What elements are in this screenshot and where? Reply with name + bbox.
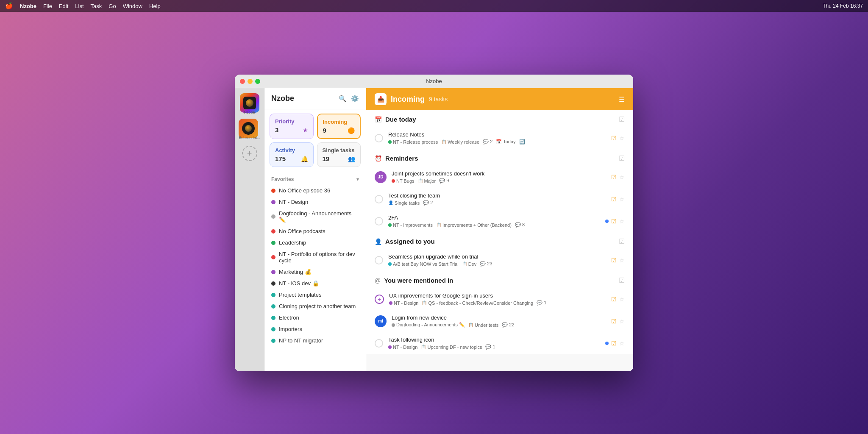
incoming-task-count: 9 tasks — [429, 96, 448, 103]
task-complete-button[interactable]: ☑ — [611, 318, 617, 325]
maximize-button[interactable] — [255, 79, 260, 84]
sidebar-favorite-item[interactable]: Leadership — [270, 237, 361, 248]
sidebar-favorite-item[interactable]: Marketing 💰 — [270, 266, 361, 278]
file-menu[interactable]: File — [43, 3, 52, 9]
task-star-button[interactable]: ☆ — [619, 318, 625, 325]
favorite-dot — [271, 255, 275, 259]
sidebar-favorite-item[interactable]: Project templates — [270, 289, 361, 300]
task-meta: 💬 23 — [480, 261, 492, 267]
priority-card-row: 3 ★ — [275, 126, 308, 134]
task-tag: 📋Major — [418, 178, 436, 184]
task-complete-button[interactable]: ☑ — [611, 340, 617, 347]
section-check-icon[interactable]: ☑ — [619, 237, 625, 245]
search-icon[interactable]: 🔍 — [339, 95, 347, 103]
favorite-dot — [271, 229, 275, 234]
task-complete-button[interactable]: ☑ — [611, 296, 617, 303]
go-menu[interactable]: Go — [108, 3, 116, 9]
task-item[interactable]: JD Joint projects sometimes doesn't work… — [366, 166, 633, 188]
section-check-icon[interactable]: ☑ — [619, 115, 625, 123]
task-add-button[interactable]: + — [375, 295, 384, 304]
minimize-button[interactable] — [248, 79, 253, 84]
favorites-list: No Office episode 36 NT - Design Dogfood… — [270, 185, 361, 346]
task-star-button[interactable]: ☆ — [619, 257, 625, 264]
task-title: 2FA — [388, 214, 600, 221]
sidebar-favorite-item[interactable]: NT - Portfolio of options for dev cycle — [270, 248, 361, 266]
section-title: Due today — [385, 116, 416, 123]
task-complete-button[interactable]: ☑ — [611, 218, 617, 225]
task-meta-row: NT - Design📋QS - feedback - Check/Review… — [389, 300, 606, 306]
task-checkbox[interactable] — [375, 217, 383, 225]
section-due_today: 📅 Due today ☑ — [366, 110, 633, 127]
sidebar-favorite-item[interactable]: Importers — [270, 323, 361, 335]
section-check-icon[interactable]: ☑ — [619, 276, 625, 284]
task-item[interactable]: Task following icon NT - Design📋Upcoming… — [366, 332, 633, 354]
favorites-collapse-icon[interactable]: ▾ — [356, 176, 359, 182]
task-star-button[interactable]: ☆ — [619, 218, 625, 225]
task-star-button[interactable]: ☆ — [619, 174, 625, 181]
sidebar-favorite-item[interactable]: No Office episode 36 — [270, 185, 361, 196]
task-star-button[interactable]: ☆ — [619, 196, 625, 203]
task-complete-button[interactable]: ☑ — [611, 257, 617, 264]
task-item[interactable]: + UX improvements for Google sign-in use… — [366, 288, 633, 310]
section-check-icon[interactable]: ☑ — [619, 154, 625, 162]
task-item[interactable]: Release Notes NT - Release process📋Weekl… — [366, 127, 633, 149]
tag-dot — [388, 262, 392, 266]
bebzon-account[interactable]: Bebzon Int... — [239, 119, 260, 140]
task-complete-button[interactable]: ☑ — [611, 196, 617, 203]
section-icon: ⏰ — [375, 155, 382, 162]
favorite-label: NT - Design — [279, 199, 308, 205]
task-tag: NT Bugs — [392, 178, 415, 184]
task-menu[interactable]: Task — [91, 3, 102, 9]
nozbe-account[interactable]: Nzobe — [240, 93, 259, 114]
sidebar-favorite-item[interactable]: NP to NT migrator — [270, 335, 361, 346]
sidebar-header: Nzobe 🔍 ⚙️ — [264, 88, 366, 109]
sidebar-favorite-item[interactable]: Electron — [270, 312, 361, 323]
task-item[interactable]: Seamless plan upgrade while on trial A/B… — [366, 249, 633, 271]
app-menu-name[interactable]: Nzobe — [20, 3, 36, 9]
single-tasks-card[interactable]: Single tasks 19 👥 — [317, 142, 361, 167]
help-menu[interactable]: Help — [149, 3, 161, 9]
favorite-dot — [271, 293, 275, 297]
single-people-icon: 👥 — [348, 156, 355, 162]
sidebar-favorite-item[interactable]: Dogfooding - Announcements ✏️ — [270, 208, 361, 225]
task-star-button[interactable]: ☆ — [619, 135, 625, 142]
task-checkbox[interactable] — [375, 256, 383, 264]
favorite-dot — [271, 200, 275, 204]
sidebar-favorite-item[interactable]: Cloning project to another team — [270, 300, 361, 312]
priority-card[interactable]: Priority 3 ★ — [270, 114, 314, 139]
incoming-header-left: 📥 Incoming 9 tasks — [375, 93, 448, 105]
incoming-card[interactable]: Incoming 9 🟠 — [317, 114, 361, 139]
tag-label: Single tasks — [395, 200, 420, 206]
task-item[interactable]: Test closing the team 👤Single tasks 💬 2 … — [366, 188, 633, 210]
add-account-button[interactable]: + — [242, 146, 257, 161]
priority-star-icon: ★ — [303, 127, 308, 134]
task-checkbox[interactable] — [375, 195, 383, 203]
task-complete-button[interactable]: ☑ — [611, 135, 617, 142]
list-menu[interactable]: List — [75, 3, 83, 9]
task-complete-button[interactable]: ☑ — [611, 174, 617, 181]
task-tag: 📋QS - feedback - Check/Review/Consider C… — [422, 300, 533, 306]
task-content: UX improvements for Google sign-in users… — [389, 292, 606, 306]
close-button[interactable] — [240, 79, 245, 84]
task-star-button[interactable]: ☆ — [619, 296, 625, 303]
task-star-button[interactable]: ☆ — [619, 340, 625, 347]
activity-card-title: Activity — [275, 147, 308, 153]
sidebar-favorite-item[interactable]: NT - Design — [270, 196, 361, 208]
task-item[interactable]: mi Login from new device Dogfooding - An… — [366, 310, 633, 332]
task-checkbox[interactable] — [375, 339, 383, 348]
priority-count: 3 — [275, 126, 278, 134]
filter-icon[interactable]: ☰ — [619, 95, 625, 103]
task-actions: ☑ ☆ — [611, 296, 625, 303]
task-item[interactable]: 2FA NT - Improvements📋Improvements + Oth… — [366, 210, 633, 232]
task-actions: ☑ ☆ — [611, 196, 625, 203]
task-meta: 💬 1 — [485, 344, 495, 350]
activity-card[interactable]: Activity 175 🔔 — [270, 142, 314, 167]
task-checkbox[interactable] — [375, 134, 383, 142]
sidebar-favorite-item[interactable]: NT - iOS dev 🔒 — [270, 278, 361, 289]
edit-menu[interactable]: Edit — [59, 3, 68, 9]
favorites-header[interactable]: Favorites ▾ — [270, 174, 361, 185]
tag-icon: 👤 — [388, 200, 393, 205]
settings-icon[interactable]: ⚙️ — [351, 95, 359, 103]
window-menu[interactable]: Window — [123, 3, 142, 9]
sidebar-favorite-item[interactable]: No Office podcasts — [270, 225, 361, 237]
